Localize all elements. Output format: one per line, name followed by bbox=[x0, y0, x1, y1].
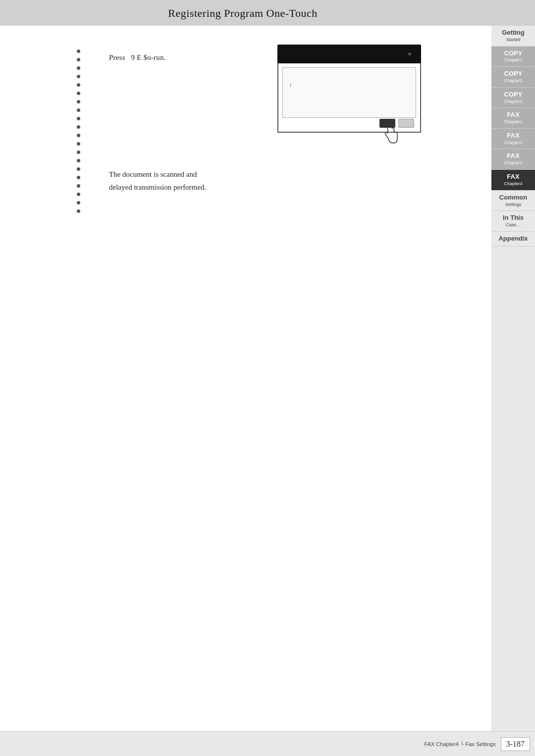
machine-dot bbox=[408, 52, 411, 55]
sidebar-item-main-6: FAX bbox=[493, 152, 533, 160]
bullet-dot bbox=[77, 184, 80, 188]
sidebar-item-2[interactable]: COPYChapter2 bbox=[491, 67, 535, 88]
bullet-dot bbox=[77, 92, 80, 95]
sidebar-item-main-4: FAX bbox=[493, 111, 533, 119]
page: Registering Program One-Touch Press 9 E … bbox=[0, 0, 535, 756]
page-title: Registering Program One-Touch bbox=[0, 7, 485, 20]
bullet-dot bbox=[77, 83, 80, 87]
right-sidebar: GettingStartedCOPYChapter1COPYChapter2CO… bbox=[491, 26, 535, 731]
bullet-dot bbox=[77, 50, 80, 53]
sidebar-spacer bbox=[491, 247, 535, 731]
bullet-dot bbox=[77, 193, 80, 196]
sidebar-item-sub-4: Chapter1 bbox=[493, 119, 533, 125]
sidebar-item-main-9: In This bbox=[493, 214, 533, 222]
sidebar-item-main-1: COPY bbox=[493, 50, 533, 58]
sidebar-item-main-3: COPY bbox=[493, 91, 533, 99]
sidebar-item-8[interactable]: CommonSettings bbox=[491, 191, 535, 211]
bullet-dot bbox=[77, 159, 80, 162]
sidebar-item-1[interactable]: COPYChapter1 bbox=[491, 47, 535, 67]
sidebar-item-main-2: COPY bbox=[493, 70, 533, 78]
bullet-dot bbox=[77, 125, 80, 129]
bullet-dot bbox=[77, 142, 80, 146]
sidebar-item-7[interactable]: FAXChapter4 bbox=[491, 170, 535, 191]
bullet-dots bbox=[77, 50, 80, 213]
sidebar-item-sub-2: Chapter2 bbox=[493, 78, 533, 84]
machine-screen-inner: ! bbox=[282, 67, 416, 118]
bullet-dot bbox=[77, 75, 80, 78]
machine-screen-text: ! bbox=[290, 83, 291, 88]
sidebar-item-sub-5: Chapter2 bbox=[493, 140, 533, 146]
bullet-dot bbox=[77, 58, 80, 61]
sidebar-item-main-5: FAX bbox=[493, 132, 533, 140]
sidebar-item-sub-0: Started bbox=[493, 37, 533, 43]
machine-screen-area: ! bbox=[277, 63, 421, 133]
footer-breadcrumb: FAX Chapter4 └ Fax Settings bbox=[425, 741, 496, 747]
header-bar: Registering Program One-Touch bbox=[0, 0, 535, 26]
hand-pointer-icon bbox=[382, 122, 398, 146]
bullet-dot bbox=[77, 117, 80, 120]
sidebar-item-5[interactable]: FAXChapter2 bbox=[491, 129, 535, 150]
bullet-dot bbox=[77, 134, 80, 137]
step2-text: The document is scanned and delayed tran… bbox=[109, 168, 206, 194]
sidebar-item-main-8: Common bbox=[493, 194, 533, 202]
sidebar-item-10[interactable]: Appendix bbox=[491, 232, 535, 247]
sidebar-item-main-7: FAX bbox=[493, 173, 533, 181]
footer-page-number: 3-187 bbox=[501, 737, 530, 751]
step2-line2: delayed transmission performed. bbox=[109, 183, 206, 191]
machine-button-light[interactable] bbox=[398, 119, 414, 128]
sidebar-item-main-0: Getting bbox=[493, 29, 533, 37]
sidebar-item-sub-9: Case… bbox=[493, 222, 533, 228]
bullet-dot bbox=[77, 201, 80, 204]
sidebar-item-main-10: Appendix bbox=[493, 235, 533, 243]
step2-line1: The document is scanned and bbox=[109, 170, 197, 178]
step1-text: Press 9 E $o-run. bbox=[109, 53, 166, 62]
bullet-dot bbox=[77, 209, 80, 213]
sidebar-item-sub-8: Settings bbox=[493, 202, 533, 208]
sidebar-item-4[interactable]: FAXChapter1 bbox=[491, 108, 535, 129]
sidebar-item-sub-7: Chapter4 bbox=[493, 181, 533, 187]
bullet-dot bbox=[77, 100, 80, 103]
footer: FAX Chapter4 └ Fax Settings 3-187 bbox=[0, 731, 535, 756]
sidebar-item-9[interactable]: In ThisCase… bbox=[491, 211, 535, 232]
machine-illustration: ! bbox=[277, 45, 421, 139]
sidebar-item-sub-3: Chapter3 bbox=[493, 99, 533, 105]
sidebar-item-3[interactable]: COPYChapter3 bbox=[491, 88, 535, 108]
sidebar-item-0[interactable]: GettingStarted bbox=[491, 26, 535, 47]
bullet-dot bbox=[77, 108, 80, 112]
sidebar-item-sub-6: Chapter3 bbox=[493, 160, 533, 166]
machine-top-bar bbox=[277, 45, 421, 63]
bullet-dot bbox=[77, 176, 80, 179]
bullet-dot bbox=[77, 66, 80, 70]
bullet-dot bbox=[77, 167, 80, 171]
sidebar-item-sub-1: Chapter1 bbox=[493, 57, 533, 63]
bullet-dot bbox=[77, 151, 80, 154]
sidebar-item-6[interactable]: FAXChapter3 bbox=[491, 149, 535, 170]
